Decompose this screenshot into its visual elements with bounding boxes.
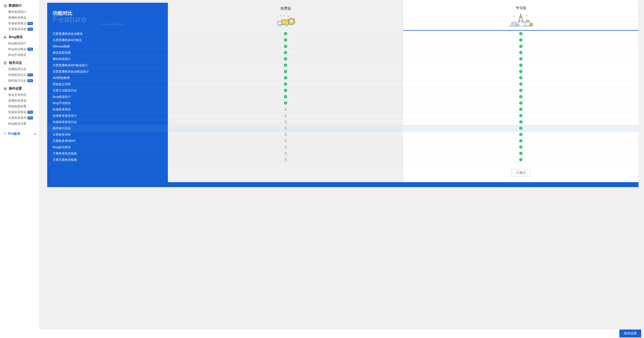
pro-badge: Pro xyxy=(27,116,33,119)
compare-cell-free: ✓ xyxy=(168,81,403,87)
svg-rect-6 xyxy=(5,88,6,89)
compare-cell-pro: ✓ xyxy=(403,131,639,138)
svg-point-16 xyxy=(520,16,522,18)
sidebar-item[interactable]: 快速收录推送Pro xyxy=(0,109,39,115)
compare-row: 文章收录清单无✓ xyxy=(47,131,639,138)
sidebar-item[interactable]: Bing推送设置 xyxy=(0,121,39,127)
check-icon: ✓ xyxy=(519,139,522,142)
rocket-icon xyxy=(3,132,7,136)
compare-cell-pro: ✓ xyxy=(403,81,639,87)
compare-row: 快速收录推送统计无✓ xyxy=(47,113,639,119)
pro-badge: Pro xyxy=(27,22,33,25)
check-icon: ✓ xyxy=(519,114,522,117)
column-pro-header: 专业版 xyxy=(403,0,639,30)
sidebar-item[interactable]: 文章收录清单Pro xyxy=(0,26,39,32)
sidebar-group-head[interactable]: Bing推送 xyxy=(0,34,39,41)
check-icon: ✓ xyxy=(284,38,287,42)
sidebar-group-head[interactable]: 相关日志 xyxy=(0,59,39,66)
compare-row: 百度普通收录自动推送✓✓ xyxy=(47,31,639,37)
compare-row: Bing推送统计✓✓ xyxy=(47,94,639,100)
compare-row-label: 推送类型设置 xyxy=(47,50,168,56)
column-free-header: 免费版 xyxy=(168,3,403,31)
compare-row: 整站收录统计✓✓ xyxy=(47,56,639,62)
activated-button[interactable]: 已激活 xyxy=(511,169,531,176)
free-illustration-icon xyxy=(168,13,403,28)
compare-cell-pro: ✓ xyxy=(403,106,639,113)
compare-row-label: Sitemap检测 xyxy=(47,43,168,50)
compare-cell-pro: ✓ xyxy=(403,157,639,163)
svg-rect-21 xyxy=(526,20,529,22)
log-icon xyxy=(3,61,7,65)
sidebar-item[interactable]: 整站收录统计 xyxy=(0,9,39,15)
compare-cell-free: 无 xyxy=(168,131,403,138)
sidebar-item[interactable]: 死链检测设置 xyxy=(0,104,39,109)
compare-cell-pro: ✓ xyxy=(403,62,639,68)
check-icon: ✓ xyxy=(284,82,287,86)
arrow-right-icon: ››› xyxy=(34,132,36,136)
compare-row: 文章百度收录检测无✓ xyxy=(47,157,639,163)
sidebar-item[interactable]: 快速收录推送Pro xyxy=(0,21,39,26)
compare-cell-free: 无 xyxy=(168,125,403,131)
none-text: 无 xyxy=(284,107,287,111)
check-icon: ✓ xyxy=(284,101,287,105)
compare-cell-free: ✓ xyxy=(168,68,403,75)
sidebar-item-label: Bing手动推送 xyxy=(8,53,26,57)
compare-row: 百度普通收录自动推送统计✓✓ xyxy=(47,68,639,75)
sidebar-item[interactable]: Bing自动推送Pro xyxy=(0,46,39,52)
compare-cell-free: 无 xyxy=(168,144,403,150)
compare-row-label: 快速收录推送统计 xyxy=(47,113,168,119)
sidebar-item[interactable]: 普通收录推送 xyxy=(0,98,39,104)
sidebar-item-label: 快速收录推送 xyxy=(8,21,26,25)
compare-row: Bing手动推送✓✓ xyxy=(47,100,639,106)
check-icon: ✓ xyxy=(519,108,522,111)
sidebar-item[interactable]: 普通收录推送 xyxy=(0,15,39,21)
compare-cell-free: ✓ xyxy=(168,62,403,68)
sidebar-group-head[interactable]: 插件设置 xyxy=(0,85,39,92)
compare-row-label: 文章百度收录检测 xyxy=(47,157,168,163)
compare-title-block: 功能对比 Feature COMPARISON xyxy=(47,3,168,28)
check-icon: ✓ xyxy=(284,51,287,54)
sidebar-item[interactable]: 百度收录查询Pro xyxy=(0,115,39,121)
compare-row-label: 百度普通收录自动推送 xyxy=(47,31,168,37)
none-text: 无 xyxy=(284,114,287,118)
check-icon: ✓ xyxy=(519,158,522,161)
check-icon: ✓ xyxy=(284,57,287,61)
check-icon: ✓ xyxy=(519,38,522,42)
sidebar-item-label: 普通收录推送 xyxy=(8,99,26,103)
none-text: 无 xyxy=(284,133,287,137)
sidebar-group-head[interactable]: 数据统计 xyxy=(0,2,39,9)
sidebar-item[interactable]: Bing手动推送 xyxy=(0,52,39,58)
compare-row-label: Bing自动推送 xyxy=(47,144,168,150)
none-text: 无 xyxy=(284,126,287,130)
sidebar-item-label: 普通收录日志 xyxy=(8,67,26,71)
svg-rect-5 xyxy=(4,88,6,90)
compare-cell-free: ✓ xyxy=(168,100,403,106)
svg-rect-7 xyxy=(282,20,289,25)
svg-point-10 xyxy=(286,24,288,26)
none-text: 无 xyxy=(284,139,287,143)
check-icon: ✓ xyxy=(284,89,287,92)
compare-row-label: 404死链检测 xyxy=(47,75,168,81)
compare-cell-pro: ✓ xyxy=(403,50,639,56)
compare-row-label: 百度主动推送日志 xyxy=(47,87,168,94)
compare-row-label: 快速收录推送日志 xyxy=(47,119,168,125)
pro-badge: Pro xyxy=(27,28,33,31)
compare-row-label: 百度普通收录自动推送统计 xyxy=(47,68,168,75)
check-icon: ✓ xyxy=(284,32,287,35)
compare-cell-free: ✓ xyxy=(168,43,403,50)
save-button[interactable]: 保存设置 xyxy=(619,330,641,337)
sidebar-item-label: Bing推送统计 xyxy=(8,41,26,45)
sidebar-item[interactable]: 普通收录日志 xyxy=(0,66,39,72)
compare-cell-pro: ✓ xyxy=(403,100,639,106)
sidebar-pro-link[interactable]: Pro版本 ››› xyxy=(0,129,39,138)
sidebar-item[interactable]: 快速收录日志Pro xyxy=(0,72,39,78)
compare-row: 推送类型设置✓✓ xyxy=(47,50,639,56)
svg-point-24 xyxy=(530,23,533,26)
compare-cell-free: 无 xyxy=(168,157,403,163)
compare-row: 百度主动推送日志✓✓ xyxy=(47,87,639,94)
sidebar-group-label: 相关日志 xyxy=(9,61,22,65)
sidebar-item[interactable]: 推送文章类型 xyxy=(0,92,39,98)
sidebar-item[interactable]: Bing推送统计 xyxy=(0,41,39,46)
sidebar-item[interactable]: 插件执行日志Pro xyxy=(0,78,39,84)
check-icon: ✓ xyxy=(519,127,522,130)
